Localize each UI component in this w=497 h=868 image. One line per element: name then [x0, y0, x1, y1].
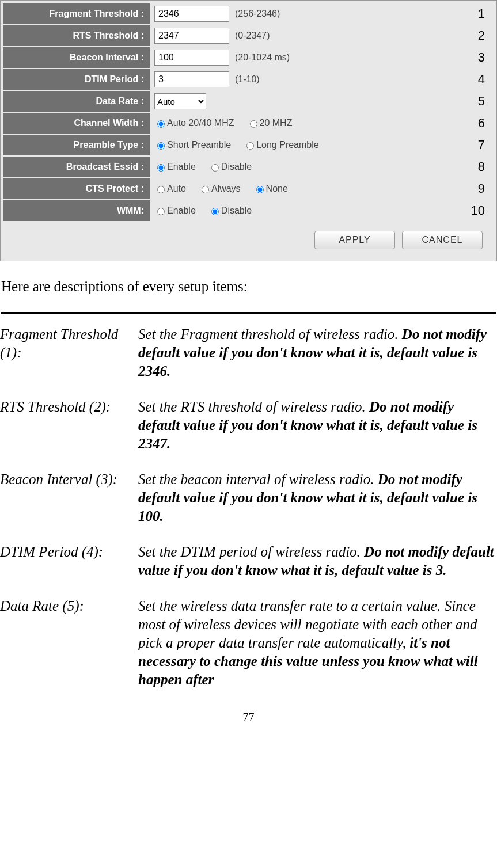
- form-row: Beacon Interval :(20-1024 ms)3: [3, 47, 494, 68]
- radio-group: Auto 20/40 MHZ20 MHZ: [154, 118, 302, 128]
- descriptions-intro: Here are descriptions of every setup ite…: [1, 279, 497, 295]
- description-term: Data Rate (5):: [0, 597, 138, 706]
- radio-option[interactable]: Disable: [208, 162, 252, 172]
- row-number-annotation: 4: [478, 72, 485, 87]
- radio-input[interactable]: [250, 120, 257, 128]
- row-number-annotation: 3: [478, 50, 485, 65]
- description-term: DTIM Period (4):: [0, 543, 138, 597]
- radio-input[interactable]: [211, 208, 219, 215]
- field-control: (1-10): [151, 69, 494, 90]
- field-control: (256-2346): [151, 3, 494, 24]
- description-definition: Set the beacon interval of wireless radi…: [138, 470, 497, 543]
- radio-option[interactable]: Enable: [154, 162, 196, 172]
- radio-option[interactable]: 20 MHZ: [247, 118, 293, 128]
- field-label: RTS Threshold :: [3, 25, 150, 46]
- description-term: RTS Threshold (2):: [0, 398, 138, 470]
- field-control: Auto: [151, 91, 494, 112]
- field-label: DTIM Period :: [3, 69, 150, 90]
- radio-input[interactable]: [157, 164, 165, 172]
- form-row: Fragment Threshold :(256-2346)1: [3, 3, 494, 25]
- radio-group: Short PreambleLong Preamble: [154, 140, 329, 150]
- radio-input[interactable]: [157, 120, 165, 128]
- form-row: CTS Protect :AutoAlwaysNone9: [3, 178, 494, 200]
- form-row: Broadcast Essid :EnableDisable8: [3, 156, 494, 178]
- hint-text: (0-2347): [235, 31, 270, 41]
- radio-input[interactable]: [211, 164, 219, 172]
- field-label: Channel Width :: [3, 113, 150, 134]
- radio-input[interactable]: [157, 186, 165, 193]
- text-input[interactable]: [154, 6, 229, 22]
- text-input[interactable]: [154, 50, 229, 66]
- hint-text: (256-2346): [235, 9, 280, 19]
- radio-group: AutoAlwaysNone: [154, 184, 298, 194]
- form-row: DTIM Period :(1-10)4: [3, 68, 494, 90]
- radio-option[interactable]: Auto: [154, 184, 186, 194]
- radio-option[interactable]: Short Preamble: [154, 140, 231, 150]
- field-control: (20-1024 ms): [151, 47, 494, 68]
- divider: [1, 312, 496, 314]
- apply-button[interactable]: APPLY: [314, 231, 395, 249]
- field-label: Preamble Type :: [3, 135, 150, 155]
- form-row: WMM:EnableDisable10: [3, 200, 494, 222]
- radio-group: EnableDisable: [154, 205, 262, 216]
- description-definition: Set the wireless data transfer rate to a…: [138, 597, 497, 706]
- description-definition: Set the DTIM period of wireless radio. D…: [138, 543, 497, 597]
- description-term: Beacon Interval (3):: [0, 470, 138, 543]
- radio-label: Long Preamble: [256, 140, 319, 150]
- field-control: AutoAlwaysNone: [151, 178, 494, 199]
- radio-option[interactable]: Always: [199, 184, 241, 194]
- radio-label: Enable: [167, 205, 196, 216]
- form-row: Preamble Type :Short PreambleLong Preamb…: [3, 134, 494, 156]
- radio-label: Auto: [167, 184, 186, 194]
- field-label: Fragment Threshold :: [3, 3, 150, 24]
- text-input[interactable]: [154, 71, 229, 87]
- radio-group: EnableDisable: [154, 162, 262, 172]
- field-control: EnableDisable: [151, 157, 494, 177]
- radio-input[interactable]: [202, 186, 209, 193]
- row-number-annotation: 9: [478, 181, 485, 196]
- radio-label: Disable: [221, 162, 252, 172]
- row-number-annotation: 8: [478, 159, 485, 174]
- text-input[interactable]: [154, 28, 229, 44]
- row-number-annotation: 6: [478, 116, 485, 131]
- field-label: Broadcast Essid :: [3, 157, 150, 177]
- radio-option[interactable]: Auto 20/40 MHZ: [154, 118, 234, 128]
- radio-option[interactable]: Disable: [208, 205, 252, 216]
- form-row: Channel Width :Auto 20/40 MHZ20 MHZ6: [3, 112, 494, 134]
- radio-label: Always: [211, 184, 241, 194]
- form-row: RTS Threshold :(0-2347)2: [3, 25, 494, 47]
- cancel-button[interactable]: CANCEL: [402, 231, 483, 249]
- row-number-annotation: 2: [478, 28, 485, 43]
- radio-label: 20 MHZ: [260, 118, 293, 128]
- description-definition: Set the RTS threshold of wireless radio.…: [138, 398, 497, 470]
- row-number-annotation: 10: [471, 203, 485, 218]
- radio-input[interactable]: [157, 208, 165, 215]
- field-label: WMM:: [3, 200, 150, 221]
- radio-label: Short Preamble: [167, 140, 231, 150]
- form-row: Data Rate :Auto5: [3, 90, 494, 112]
- radio-option[interactable]: Enable: [154, 205, 196, 216]
- radio-label: Disable: [221, 205, 252, 216]
- radio-option[interactable]: Long Preamble: [244, 140, 319, 150]
- row-number-annotation: 7: [478, 138, 485, 153]
- hint-text: (20-1024 ms): [235, 52, 290, 63]
- select-input[interactable]: Auto: [154, 93, 206, 109]
- field-control: (0-2347): [151, 25, 494, 46]
- radio-input[interactable]: [246, 142, 254, 150]
- row-number-annotation: 1: [478, 6, 485, 21]
- radio-input[interactable]: [157, 142, 165, 150]
- hint-text: (1-10): [235, 74, 260, 85]
- radio-label: None: [266, 184, 288, 194]
- radio-label: Enable: [167, 162, 196, 172]
- description-term: Fragment Threshold (1):: [0, 325, 138, 398]
- radio-label: Auto 20/40 MHZ: [167, 118, 234, 128]
- row-number-annotation: 5: [478, 94, 485, 109]
- radio-input[interactable]: [256, 186, 264, 193]
- field-control: Short PreambleLong Preamble: [151, 135, 494, 155]
- field-label: Data Rate :: [3, 91, 150, 112]
- radio-option[interactable]: None: [253, 184, 288, 194]
- page-number: 77: [0, 711, 497, 724]
- field-label: CTS Protect :: [3, 178, 150, 199]
- description-definition: Set the Fragment threshold of wireless r…: [138, 325, 497, 398]
- field-control: EnableDisable: [151, 200, 494, 221]
